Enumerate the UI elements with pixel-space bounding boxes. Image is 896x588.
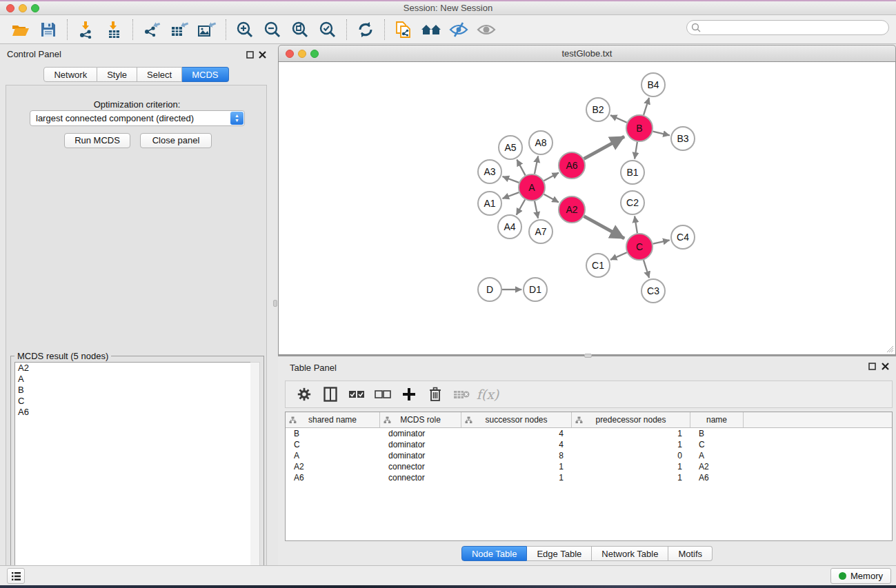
table-cell[interactable]: 8 <box>461 451 572 460</box>
table-row[interactable]: A2connector11A2 <box>286 461 892 472</box>
tab-select[interactable]: Select <box>137 67 182 82</box>
clone-network-button[interactable] <box>390 18 417 41</box>
show-panel-button[interactable] <box>472 18 500 41</box>
table-cell[interactable]: 1 <box>461 473 572 483</box>
close-panel-icon[interactable] <box>880 361 890 371</box>
result-list-item[interactable]: B <box>15 385 251 396</box>
tab-edge-table[interactable]: Edge Table <box>527 546 592 561</box>
run-mcds-button[interactable]: Run MCDS <box>64 133 130 148</box>
table-cell[interactable]: connector <box>380 462 461 472</box>
select-columns-button[interactable] <box>319 383 342 405</box>
maximize-network-button[interactable] <box>310 50 319 58</box>
column-header-MCDS-role[interactable]: MCDS role <box>380 412 461 427</box>
graph-edge-C-C2[interactable] <box>635 216 637 234</box>
graph-edge-C-C3[interactable] <box>644 260 649 278</box>
graph-edge-A-A6[interactable] <box>544 173 559 181</box>
minimize-window-button[interactable] <box>19 4 27 12</box>
float-panel-icon[interactable] <box>245 50 255 59</box>
table-cell[interactable]: A6 <box>286 473 380 483</box>
close-window-button[interactable] <box>6 4 14 12</box>
result-list-item[interactable]: A2 <box>15 363 251 374</box>
graph-edge-C-C1[interactable] <box>610 252 627 260</box>
table-cell[interactable]: 1 <box>461 462 572 472</box>
search-input[interactable] <box>686 20 889 35</box>
column-header-shared-name[interactable]: shared name <box>286 412 380 427</box>
tab-network-table[interactable]: Network Table <box>592 546 668 561</box>
export-network-button[interactable] <box>138 18 166 41</box>
table-cell[interactable]: A6 <box>690 473 744 483</box>
tab-motifs[interactable]: Motifs <box>668 546 713 561</box>
mcds-result-list[interactable]: A2ABCA6 <box>14 362 252 587</box>
tab-style[interactable]: Style <box>97 67 137 82</box>
tab-node-table[interactable]: Node Table <box>461 546 528 561</box>
apply-layout-button[interactable] <box>352 18 379 41</box>
float-panel-icon[interactable] <box>867 361 877 371</box>
table-cell[interactable]: 1 <box>572 440 690 449</box>
zoom-fit-button[interactable] <box>286 18 314 41</box>
graph-edge-A-A2[interactable] <box>544 194 559 203</box>
table-cell[interactable]: connector <box>380 473 461 483</box>
zoom-in-button[interactable] <box>231 18 259 41</box>
result-list-scrollbar[interactable] <box>250 362 260 587</box>
result-list-item[interactable]: C <box>15 396 251 407</box>
table-row[interactable]: Adominator80A <box>286 450 892 461</box>
table-cell[interactable]: A <box>286 451 380 460</box>
save-session-button[interactable] <box>34 18 62 41</box>
graph-edge-A2-C[interactable] <box>584 216 625 239</box>
graph-edge-A-A3[interactable] <box>502 176 519 183</box>
table-row[interactable]: Cdominator41C <box>286 439 892 450</box>
table-cell[interactable]: dominator <box>380 429 461 438</box>
graph-edge-C-C4[interactable] <box>653 240 670 243</box>
table-cell[interactable]: dominator <box>380 451 461 460</box>
minimize-network-button[interactable] <box>298 50 306 58</box>
function-builder-button[interactable]: f(x) <box>476 383 499 405</box>
graph-edge-A-A1[interactable] <box>502 192 519 199</box>
resize-grip-icon[interactable] <box>886 345 894 353</box>
table-cell[interactable]: A <box>690 451 744 460</box>
graph-edge-A-A4[interactable] <box>517 199 526 214</box>
export-image-button[interactable] <box>193 18 221 41</box>
maximize-window-button[interactable] <box>31 4 39 12</box>
add-column-button[interactable] <box>397 383 421 405</box>
table-cell[interactable]: C <box>286 440 380 449</box>
table-cell[interactable]: B <box>286 429 380 438</box>
graph-edge-B-B1[interactable] <box>635 142 637 159</box>
criterion-select[interactable]: largest connected component (directed) ▲… <box>30 110 245 126</box>
hide-panel-button[interactable] <box>445 18 472 41</box>
table-cell[interactable]: 1 <box>572 462 690 472</box>
memory-button[interactable]: Memory <box>830 568 891 584</box>
graph-edge-B-B3[interactable] <box>653 132 669 136</box>
close-panel-icon[interactable] <box>257 50 267 59</box>
tab-network[interactable]: Network <box>43 67 97 82</box>
hide-all-columns-button[interactable] <box>371 383 395 405</box>
table-cell[interactable]: 4 <box>461 440 572 449</box>
column-header-name[interactable]: name <box>690 412 744 427</box>
graph-edge-A6-B[interactable] <box>584 136 625 159</box>
network-canvas[interactable]: AA1A2A3A4A5A6A7A8BB1B2B3B4CC1C2C3C4DD1 <box>278 61 896 355</box>
node-table[interactable]: shared nameMCDS rolesuccessor nodesprede… <box>285 412 893 541</box>
open-file-button[interactable] <box>7 18 34 41</box>
result-list-item[interactable]: A6 <box>15 407 251 418</box>
result-list-item[interactable]: A <box>15 374 251 385</box>
table-cell[interactable]: 4 <box>461 429 572 438</box>
export-table-button[interactable] <box>166 18 193 41</box>
vertical-splitter[interactable] <box>272 44 278 565</box>
table-options-button[interactable] <box>292 383 316 405</box>
table-cell[interactable]: B <box>690 429 744 438</box>
graph-edge-B-B4[interactable] <box>644 98 649 115</box>
graph-edge-A-A7[interactable] <box>535 201 538 219</box>
zoom-selected-button[interactable] <box>314 18 341 41</box>
tab-mcds[interactable]: MCDS <box>182 67 228 82</box>
column-header-predecessor-nodes[interactable]: predecessor nodes <box>572 412 690 427</box>
table-cell[interactable]: 1 <box>572 429 690 438</box>
close-panel-button[interactable]: Close panel <box>140 133 212 148</box>
table-cell[interactable]: A2 <box>690 462 744 472</box>
delete-table-button[interactable] <box>450 383 473 405</box>
splitter-handle[interactable] <box>273 300 277 307</box>
import-network-button[interactable] <box>72 18 100 41</box>
graph-edge-A-A5[interactable] <box>517 159 525 175</box>
task-history-button[interactable] <box>7 568 25 584</box>
graph-edge-B-B2[interactable] <box>610 115 627 123</box>
splitter-handle[interactable] <box>584 354 592 358</box>
table-cell[interactable]: C <box>690 440 744 449</box>
